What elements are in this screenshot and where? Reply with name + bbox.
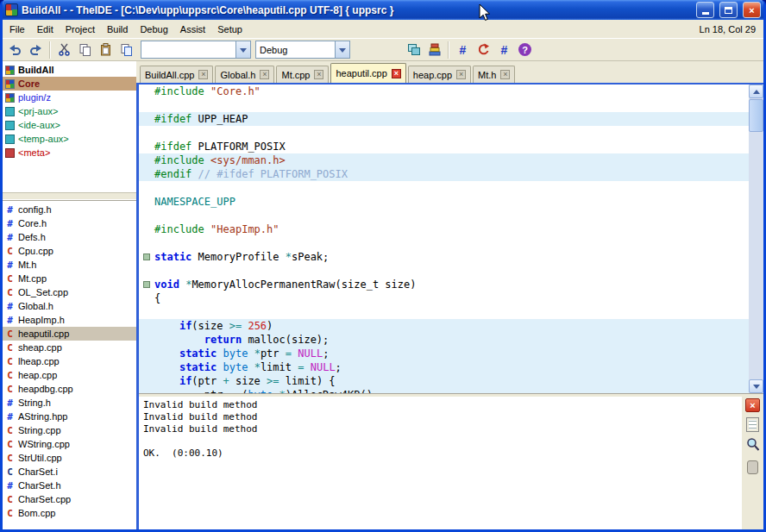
file-item[interactable]: Cheapdbg.cpp	[3, 382, 136, 396]
menu-item-edit[interactable]: Edit	[31, 22, 60, 37]
console-log-icon[interactable]	[746, 417, 759, 432]
file-item[interactable]: #HeapImp.h	[3, 313, 136, 327]
tab-close-icon[interactable]: ×	[500, 70, 510, 79]
menu-item-assist[interactable]: Assist	[174, 22, 211, 37]
code-line[interactable]: void *MemoryAllocPermanentRaw(size_t siz…	[139, 278, 749, 291]
chevron-down-icon[interactable]	[335, 41, 349, 58]
code-line[interactable]: static byte *limit = NULL;	[139, 360, 749, 374]
help-button[interactable]: ?	[515, 41, 535, 59]
console-misc-icon[interactable]	[747, 460, 758, 474]
scroll-down-button[interactable]	[749, 379, 763, 393]
chevron-down-icon[interactable]	[235, 41, 250, 58]
paste-button[interactable]	[96, 41, 116, 59]
copy-button[interactable]	[75, 41, 95, 59]
code-line[interactable]: return malloc(size);	[139, 333, 749, 347]
file-item[interactable]: Csheap.cpp	[3, 341, 136, 354]
tab-close-icon[interactable]: ×	[198, 70, 208, 79]
code-line[interactable]	[139, 98, 749, 112]
code-line[interactable]	[139, 209, 749, 222]
file-item[interactable]: CWString.cpp	[3, 437, 136, 451]
tab-close-icon[interactable]: ×	[314, 70, 323, 79]
tab-close-icon[interactable]: ×	[392, 69, 401, 78]
code-line[interactable]: if(ptr + size >= limit) {	[139, 374, 749, 388]
code-line[interactable]	[139, 181, 749, 195]
file-item[interactable]: #Defs.h	[3, 230, 136, 244]
menu-item-setup[interactable]: Setup	[211, 22, 248, 37]
menu-item-file[interactable]: File	[3, 22, 31, 37]
menu-item-debug[interactable]: Debug	[134, 22, 173, 37]
file-item[interactable]: CCharSet.i	[3, 465, 136, 479]
editor-tab[interactable]: Global.h×	[215, 66, 274, 83]
file-item[interactable]: #String.h	[3, 396, 136, 410]
sidebar-splitter[interactable]	[3, 193, 136, 200]
menu-item-build[interactable]: Build	[101, 22, 134, 37]
editor-tab[interactable]: Mt.cpp×	[276, 66, 329, 83]
undo-button[interactable]	[5, 41, 25, 59]
build-mode-combo[interactable]: Debug	[255, 41, 350, 59]
redo-button[interactable]	[26, 41, 46, 59]
package-organizer-button[interactable]	[404, 41, 424, 59]
file-item[interactable]: CCharSet.cpp	[3, 492, 136, 506]
copy-special-button[interactable]	[116, 41, 136, 59]
menu-item-project[interactable]: Project	[60, 22, 101, 37]
code-line[interactable]: #ifdef PLATFORM_POSIX	[139, 140, 749, 153]
package-item[interactable]: BuildAll	[3, 63, 136, 77]
console-close-button[interactable]: ×	[745, 398, 760, 412]
code-line[interactable]	[139, 126, 749, 140]
build-method-combo[interactable]	[141, 41, 251, 59]
restore-button[interactable]	[719, 2, 738, 18]
code-line[interactable]: #include <sys/mman.h>	[139, 153, 749, 167]
close-button[interactable]: ×	[743, 2, 761, 18]
code-line[interactable]	[139, 236, 749, 250]
code-line[interactable]	[139, 305, 749, 319]
tab-close-icon[interactable]: ×	[456, 70, 466, 79]
file-item[interactable]: #Global.h	[3, 299, 136, 313]
package-item[interactable]: <ide-aux>	[3, 118, 136, 132]
file-item[interactable]: COL_Set.cpp	[3, 285, 136, 299]
file-item[interactable]: #AString.hpp	[3, 410, 136, 423]
editor-tab[interactable]: Mt.h×	[473, 66, 515, 83]
rebuild-button[interactable]	[474, 41, 493, 59]
code-line[interactable]	[139, 264, 749, 278]
tab-close-icon[interactable]: ×	[260, 70, 269, 79]
code-line[interactable]: #endif // #ifdef PLATFORM_POSIX	[139, 167, 749, 181]
code-line[interactable]: #ifdef UPP_HEAP	[139, 112, 749, 126]
code-line[interactable]: static byte *ptr = NULL;	[139, 347, 749, 360]
file-item[interactable]: CMt.cpp	[3, 272, 136, 285]
file-item[interactable]: Cheaputil.cpp	[3, 327, 136, 341]
code-line[interactable]: static MemoryProfile *sPeak;	[139, 250, 749, 264]
scrollbar-thumb[interactable]	[749, 99, 763, 132]
package-item[interactable]: <prj-aux>	[3, 104, 136, 118]
code-line[interactable]: #include "Core.h"	[139, 84, 749, 98]
scroll-up-button[interactable]	[749, 84, 763, 98]
console-lines[interactable]: Invalid build methodInvalid build method…	[139, 397, 742, 529]
package-item[interactable]: <meta>	[3, 146, 136, 160]
cut-button[interactable]	[54, 41, 74, 59]
file-item[interactable]: Cheap.cpp	[3, 368, 136, 382]
find-in-console-button[interactable]	[746, 437, 760, 455]
code-line[interactable]: {	[139, 291, 749, 305]
editor-tab[interactable]: heaputil.cpp×	[330, 63, 405, 83]
editor-scrollbar[interactable]	[749, 84, 763, 393]
build-packages-button[interactable]	[424, 41, 444, 59]
minimize-button[interactable]	[696, 2, 714, 18]
file-item[interactable]: CString.cpp	[3, 423, 136, 437]
file-item[interactable]: #CharSet.h	[3, 479, 136, 492]
file-item[interactable]: #config.h	[3, 203, 136, 216]
build-button[interactable]: #	[453, 41, 473, 59]
package-item[interactable]: plugin/z	[3, 91, 136, 104]
package-item[interactable]: <temp-aux>	[3, 132, 136, 146]
code-line[interactable]: if(size >= 256)	[139, 319, 749, 333]
package-item[interactable]: Core	[3, 77, 136, 91]
title-bar[interactable]: BuildAll - - TheIDE - [C:\Dev\upp\uppsrc…	[3, 0, 763, 20]
file-item[interactable]: #Core.h	[3, 216, 136, 230]
code-line[interactable]: #include "HeapImp.h"	[139, 222, 749, 236]
code-line[interactable]: NAMESPACE_UPP	[139, 195, 749, 209]
file-item[interactable]: CStrUtil.cpp	[3, 451, 136, 465]
editor-tab[interactable]: heap.cpp×	[408, 66, 471, 83]
debug-build-button[interactable]: #	[494, 41, 514, 59]
code-lines[interactable]: #include "Core.h"#ifdef UPP_HEAP#ifdef P…	[139, 84, 749, 393]
file-item[interactable]: CCpu.cpp	[3, 244, 136, 258]
file-item[interactable]: #Mt.h	[3, 258, 136, 272]
editor-tab[interactable]: BuildAll.cpp×	[140, 66, 213, 83]
